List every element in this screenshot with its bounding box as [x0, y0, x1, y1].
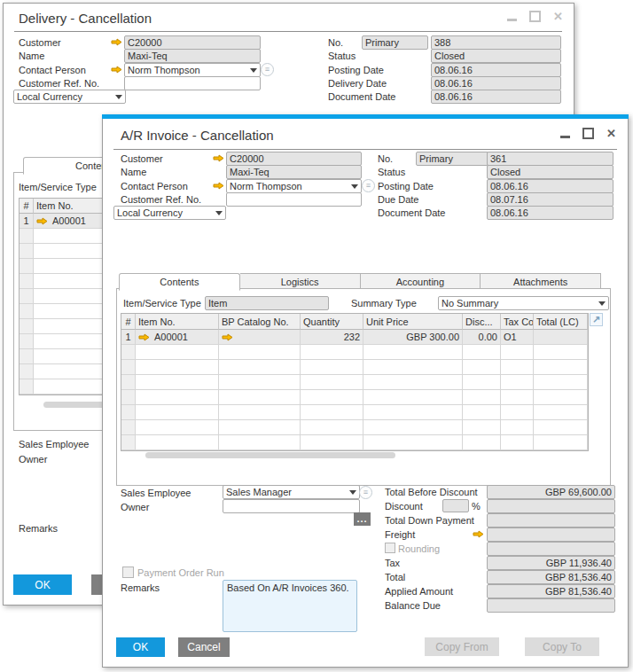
summary-type-dropdown[interactable]: No Summary: [438, 296, 609, 310]
row-number-cell: 1: [121, 330, 136, 345]
delivery-date-field: 08.06.16: [431, 76, 561, 90]
empty-cell: [463, 405, 501, 420]
empty-cell: [136, 345, 219, 360]
list-icon[interactable]: ≡: [362, 179, 375, 192]
empty-cell: [463, 390, 501, 405]
cancel-button[interactable]: Cancel: [178, 637, 230, 657]
link-arrow-icon[interactable]: [473, 530, 484, 538]
total-down-payment-label: Total Down Payment: [385, 515, 474, 526]
item-service-type-label: Item/Service Type: [123, 298, 201, 309]
total-field: GBP 81,536.40: [487, 570, 615, 584]
empty-cell: [20, 229, 34, 244]
link-arrow-icon[interactable]: [111, 66, 122, 74]
col-header-tax-code: Tax Code: [501, 314, 534, 330]
empty-cell: [301, 345, 363, 360]
currency-dropdown[interactable]: Local Currency: [113, 206, 226, 220]
sales-employee-label: Sales Employee: [121, 488, 191, 498]
no-label: No.: [328, 37, 343, 48]
col-header-total-lc: Total (LC): [534, 314, 588, 330]
unit-price-cell[interactable]: GBP 300.00: [363, 330, 463, 345]
customer-ref-label: Customer Ref. No.: [121, 194, 201, 205]
empty-cell: [534, 375, 588, 390]
empty-cell: [534, 405, 588, 420]
title-separator: [113, 149, 617, 150]
tab-contents[interactable]: Contents: [119, 273, 240, 291]
link-arrow-icon[interactable]: [36, 217, 48, 225]
sales-employee-label: Sales Employee: [19, 439, 90, 449]
empty-cell: [463, 375, 501, 390]
empty-cell: [301, 390, 363, 405]
tax-code-cell[interactable]: O1: [501, 330, 534, 345]
link-arrow-icon[interactable]: [138, 333, 150, 341]
link-arrow-icon[interactable]: [213, 182, 224, 190]
empty-cell: [501, 390, 534, 405]
empty-cell: [20, 349, 34, 364]
customer-field: C20000: [226, 152, 362, 166]
contact-person-dropdown[interactable]: Norm Thompson: [226, 179, 362, 193]
item-no-cell[interactable]: A00001: [136, 330, 219, 345]
screen: Delivery - Cancellation ✕ Customer C2000…: [0, 0, 633, 672]
ellipsis-button[interactable]: ...: [354, 512, 371, 526]
name-label: Name: [121, 167, 146, 177]
empty-cell: [463, 360, 501, 375]
horizontal-scrollbar[interactable]: [145, 452, 395, 458]
customer-ref-field[interactable]: [124, 76, 261, 90]
list-icon[interactable]: ≡: [261, 63, 274, 76]
contact-person-dropdown[interactable]: Norm Thompson: [124, 63, 261, 77]
minimize-icon[interactable]: [560, 136, 570, 138]
tax-field: GBP 11,936.40: [487, 556, 615, 570]
empty-cell: [363, 390, 463, 405]
balance-due-label: Balance Due: [385, 600, 441, 611]
minimize-icon[interactable]: [507, 19, 517, 21]
status-label: Status: [328, 51, 356, 61]
empty-cell: [20, 364, 34, 379]
document-date-field: 08.06.16: [487, 206, 613, 220]
total-before-discount-field: GBP 69,600.00: [487, 485, 615, 499]
doc-number-field: 361: [487, 152, 613, 166]
remarks-field[interactable]: Based On A/R Invoices 360.: [223, 580, 357, 632]
link-arrow-icon[interactable]: [213, 154, 224, 162]
rounding-label: Rounding: [398, 543, 440, 554]
discount-cell[interactable]: 0.00: [463, 330, 501, 345]
close-icon[interactable]: ✕: [606, 128, 616, 139]
sales-employee-dropdown[interactable]: Sales Manager: [223, 485, 360, 499]
ok-button[interactable]: OK: [116, 637, 165, 657]
col-header-unit-price: Unit Price: [363, 314, 463, 330]
bp-catalog-cell[interactable]: [219, 330, 301, 345]
maximize-icon[interactable]: [529, 11, 541, 22]
col-header-num: #: [20, 199, 34, 214]
list-icon[interactable]: ≡: [359, 486, 372, 499]
empty-cell: [501, 420, 534, 435]
copy-to-button: Copy To: [525, 637, 599, 656]
discount-percent-field[interactable]: [442, 499, 469, 512]
empty-cell: [219, 420, 301, 435]
status-field: Closed: [431, 49, 561, 63]
empty-cell: [219, 390, 301, 405]
empty-cell: [136, 375, 219, 390]
owner-field[interactable]: [223, 499, 360, 513]
link-arrow-icon[interactable]: [222, 333, 233, 341]
item-service-type-label: Item/Service Type: [19, 182, 97, 192]
empty-cell: [121, 390, 136, 405]
maximize-icon[interactable]: [582, 128, 594, 139]
empty-cell: [363, 420, 463, 435]
currency-dropdown[interactable]: Local Currency: [13, 90, 126, 104]
empty-cell: [301, 420, 363, 435]
chevron-down-icon: [349, 490, 356, 495]
customer-ref-field[interactable]: [226, 192, 362, 207]
close-icon[interactable]: ✕: [553, 11, 563, 22]
customer-field: C20000: [124, 35, 261, 50]
quantity-cell[interactable]: 232: [301, 330, 363, 345]
empty-cell: [463, 420, 501, 435]
rounding-checkbox: [385, 543, 395, 553]
empty-cell: [136, 390, 219, 405]
empty-cell: [301, 435, 363, 450]
col-header-bp-catalog: BP Catalog No.: [219, 314, 301, 330]
document-date-label: Document Date: [328, 91, 395, 102]
ok-button[interactable]: OK: [13, 574, 72, 595]
expand-grid-icon[interactable]: ↗: [590, 313, 603, 326]
copy-from-button: Copy From: [425, 637, 499, 656]
empty-cell: [136, 360, 219, 375]
empty-cell: [20, 379, 34, 395]
link-arrow-icon[interactable]: [111, 38, 122, 46]
